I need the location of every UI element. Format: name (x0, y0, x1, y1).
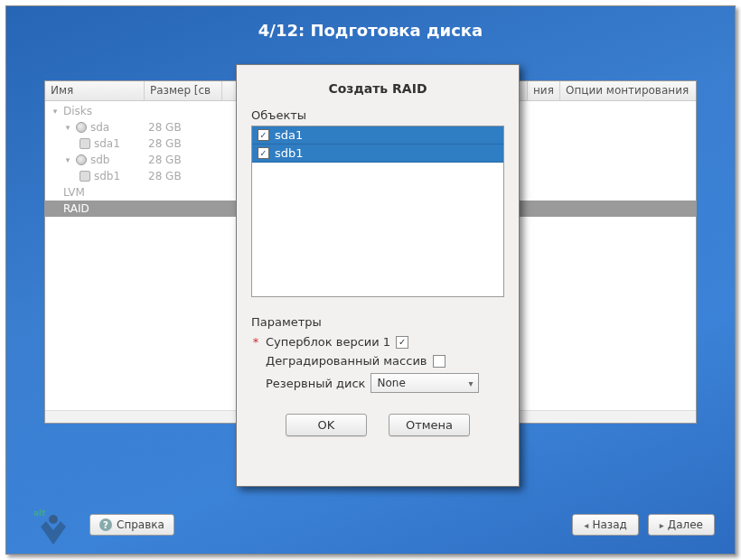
next-label: Далее (668, 518, 703, 531)
create-raid-dialog: Создать RAID Объекты ✓ sda1 ✓ sdb1 Парам… (236, 64, 520, 487)
back-button[interactable]: ◂ Назад (572, 514, 638, 536)
tree-size: 28 GB (145, 170, 222, 182)
tree-group-raid[interactable]: RAID (63, 202, 89, 215)
col-mount[interactable]: Опции монтирования (560, 81, 696, 100)
next-button[interactable]: ▸ Далее (648, 514, 715, 536)
page-title: 4/12: Подготовка диска (6, 6, 735, 49)
help-button[interactable]: ? Справка (89, 514, 174, 536)
chevron-left-icon: ◂ (584, 520, 588, 530)
help-icon: ? (99, 518, 112, 531)
disk-icon (76, 154, 87, 165)
spare-label: Резервный диск (266, 377, 365, 390)
spare-value: None (377, 377, 405, 389)
cancel-button[interactable]: Отмена (389, 414, 470, 436)
dialog-title: Создать RAID (237, 65, 519, 108)
tree-item[interactable]: sdb (90, 154, 110, 166)
partition-icon (80, 138, 90, 149)
superblock-label: Суперблок версии 1 (266, 335, 390, 349)
tree-size: 28 GB (145, 121, 222, 134)
checkbox[interactable]: ✓ (258, 129, 269, 141)
help-label: Справка (117, 518, 164, 531)
required-icon: * (251, 335, 260, 349)
svg-text:alt: alt (33, 509, 46, 518)
objects-listbox[interactable]: ✓ sda1 ✓ sdb1 (251, 126, 504, 297)
checkbox[interactable]: ✓ (258, 147, 269, 159)
tree-item[interactable]: sdb1 (94, 170, 120, 182)
list-item-label: sda1 (275, 128, 303, 142)
chevron-down-icon[interactable]: ▾ (63, 155, 72, 164)
tree-group-disks[interactable]: Disks (63, 105, 92, 117)
degraded-label: Деградированный массив (266, 354, 427, 368)
objects-label: Объекты (237, 108, 519, 126)
superblock-checkbox[interactable]: ✓ (396, 336, 408, 349)
alt-linux-logo-icon: alt (26, 503, 80, 546)
svg-point-0 (49, 515, 58, 524)
footer: alt ? Справка ◂ Назад ▸ Далее (6, 496, 735, 554)
spare-select[interactable]: None ▾ (370, 373, 479, 393)
col-partial[interactable]: ния (528, 81, 560, 100)
chevron-down-icon[interactable]: ▾ (63, 123, 72, 132)
list-item[interactable]: ✓ sda1 (252, 126, 503, 145)
col-name[interactable]: Имя (45, 81, 145, 100)
tree-group-lvm[interactable]: LVM (63, 186, 85, 199)
params-label: Параметры (251, 315, 504, 332)
tree-item[interactable]: sda1 (94, 137, 120, 150)
tree-size: 28 GB (145, 154, 222, 166)
list-item-label: sdb1 (275, 146, 304, 160)
back-label: Назад (592, 518, 626, 531)
chevron-right-icon: ▸ (660, 520, 664, 530)
chevron-down-icon: ▾ (468, 378, 473, 388)
col-size[interactable]: Размер [св (145, 81, 222, 100)
tree-item[interactable]: sda (90, 121, 109, 134)
disk-icon (76, 122, 87, 133)
list-item[interactable]: ✓ sdb1 (252, 145, 503, 163)
partition-icon (80, 171, 90, 182)
ok-button[interactable]: OK (286, 414, 367, 436)
tree-size: 28 GB (145, 137, 222, 150)
degraded-checkbox[interactable] (433, 355, 446, 368)
chevron-down-icon[interactable]: ▾ (51, 107, 60, 116)
